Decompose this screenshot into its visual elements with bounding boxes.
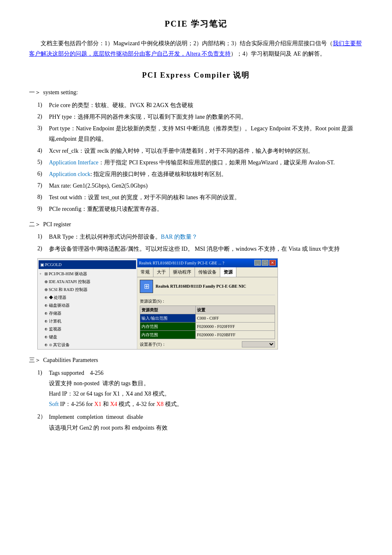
- item-num: 1): [37, 232, 49, 242]
- device-header-row: ⊞ Realtek RTL8168D/8111D Family PCI-E GB…: [140, 280, 275, 295]
- minimize-button[interactable]: _: [254, 260, 261, 266]
- list-item: 6) Application clock: 指定应用的接口时钟，在选择硬核和软核…: [37, 169, 363, 179]
- window-controls: _ □ ✕: [254, 260, 276, 266]
- arrow-icon: 二＞: [29, 220, 41, 230]
- item-content: BAR Type：主机以何种形式访问外部设备。BAR 的数量？: [49, 232, 363, 242]
- tree-item: +⊞ PCI/PCB-HIM 驱动器: [39, 270, 136, 278]
- setting-row: 设置基于(T)：: [140, 341, 275, 348]
- close-button[interactable]: ✕: [269, 260, 276, 266]
- tree-item: ⊕ IDE ATA/ATAPI 控制器: [39, 278, 136, 286]
- screenshot: ▣ PCGOLD +⊞ PCI/PCB-HIM 驱动器 ⊕ IDE ATA/AT…: [37, 258, 278, 350]
- item-num: 4): [37, 146, 49, 156]
- list-item: 1) Tags supported 4-256 设置支持 non-posted …: [37, 368, 363, 410]
- section2-label: system setting:: [43, 88, 78, 98]
- device-name-label: Realtek RTL8168D/8111D Family PCI-E GBE …: [156, 283, 246, 290]
- list-item: 2) 参考设备管理器中/网络适配器/属性。可以对应这些 ID。 MSI 消息中断…: [37, 244, 363, 254]
- intro-paragraph: 文档主要包括四个部分：1）Magwizard 中例化模块的说明；2）内部结构；3…: [29, 38, 363, 59]
- resource-value-cell: F0200000 - F020BFFF: [195, 330, 275, 339]
- item-num: 5): [37, 157, 49, 167]
- tree-label: ⊕ ⊙ 其它设备: [44, 341, 70, 348]
- dialog-titlebar: Realtek RTL8168D/8111D Family PCI-E GBE …: [137, 259, 278, 267]
- list-item: 4) Xcvr ref_clk：设置 reclk 的输入时钟，可以在手册中清楚着…: [37, 146, 363, 156]
- screenshot-left-panel: ▣ PCGOLD +⊞ PCI/PCB-HIM 驱动器 ⊕ IDE ATA/AT…: [38, 259, 137, 349]
- device-icon: ⊞: [140, 280, 153, 293]
- page-title: PCIE 学习笔记: [29, 17, 363, 31]
- tab-resources[interactable]: 资源: [220, 267, 236, 277]
- item-content: Application clock: 指定应用的接口时钟，在选择硬核和软核时有区…: [49, 169, 363, 179]
- system-setting-list: 1) Pcie core 的类型：软核、硬核。IVGX 和 2AGX 包含硬核 …: [37, 100, 363, 215]
- tree-item: ⊕ ◆ 处理器: [39, 293, 136, 301]
- tab-general[interactable]: 常规: [137, 267, 153, 277]
- item-content: Xcvr ref_clk：设置 reclk 的输入时钟，可以在手册中清楚着到，对…: [49, 146, 363, 156]
- item-num: 1): [37, 100, 49, 110]
- tree-label: ⊞ PCI/PCB-HIM 驱动器: [44, 270, 87, 277]
- list-item: 1) Pcie core 的类型：软核、硬核。IVGX 和 2AGX 包含硬核: [37, 100, 363, 110]
- tree-item: ⊕ ⊙ 其它设备: [39, 341, 136, 349]
- props-title-label: 资源设置(S)：: [140, 298, 275, 305]
- completion-title: Implement completion timeout disable: [49, 414, 143, 420]
- tree-item: ⊕ SCSI 和 RAID 控制器: [39, 286, 136, 293]
- item-num: 9): [37, 204, 49, 214]
- screenshot-right-panel: Realtek RTL8168D/8111D Family PCI-E GBE …: [137, 259, 278, 349]
- left-panel-title: ▣ PCGOLD: [39, 260, 136, 269]
- section2-title: PCI Express Compiler 说明: [29, 69, 363, 82]
- resource-type-cell: 内存范围: [140, 330, 196, 339]
- tags-line1: 设置支持 non-posted 请求的 tags 数目。: [49, 380, 149, 386]
- tab-details[interactable]: 传输设备: [195, 267, 220, 277]
- item-num: 6): [37, 169, 49, 179]
- list-item: 5) Application Interface：用于指定 PCI Expres…: [37, 157, 363, 168]
- section3-header: 二＞ PCI register: [29, 220, 363, 230]
- list-item: 2） Implement completion timeout disable …: [37, 412, 363, 433]
- section4-label: Capabilities Parameters: [43, 355, 98, 365]
- item-num: 3): [37, 123, 49, 133]
- item-num: 8): [37, 192, 49, 202]
- item-content: Port type：Native Endpoint 是比较新的类型，支持 MSI…: [49, 123, 363, 144]
- item-content: Implement completion timeout disable 该选项…: [49, 412, 363, 433]
- setting-select[interactable]: [242, 341, 275, 347]
- item-content: PCIe reconfig：重配置硬核只读配置寄存器。: [49, 204, 363, 214]
- table-row: 内存范围 F0200000 - F020BFFF: [140, 330, 275, 339]
- tree-item: ⊕ 计算机: [39, 317, 136, 325]
- table-row: 输入/输出范围 C000 - C0FF: [140, 314, 275, 322]
- col-header-setting: 设置: [195, 306, 275, 314]
- arrow-icon: 一＞: [29, 88, 41, 98]
- expand-icon: +: [39, 271, 44, 277]
- pci-register-list: 1) BAR Type：主机以何种形式访问外部设备。BAR 的数量？ 2) 参考…: [37, 232, 363, 254]
- tags-line3: Soft IP：4-256 for X1 和 X4 模式，4-32 for X8…: [49, 401, 183, 407]
- item-content: 参考设备管理器中/网络适配器/属性。可以对应这些 ID。 MSI 消息中断，wi…: [49, 244, 363, 254]
- section4-header: 三＞ Capabilities Parameters: [29, 355, 363, 365]
- tags-line2: Hard IP：32 or 64 tags for X1，X4 and X8 模…: [49, 391, 170, 397]
- resources-table: 资源类型 设置 输入/输出范围 C000 - C0FF 内存范围 F020000…: [140, 306, 275, 339]
- tree-item: High Definition Audio 总线上的鸿电脑浑器设备: [39, 349, 136, 349]
- capabilities-list: 1) Tags supported 4-256 设置支持 non-posted …: [37, 368, 363, 433]
- nic-icon: ⊞: [144, 281, 149, 292]
- item-content: Max rate: Gen1(2.5Gbps), Gen2(5.0Gbps): [49, 181, 363, 191]
- section3-label: PCI register: [43, 220, 71, 230]
- list-item: 9) PCIe reconfig：重配置硬核只读配置寄存器。: [37, 204, 363, 214]
- resource-value-cell: C000 - C0FF: [195, 314, 275, 322]
- resource-type-cell: 内存范围: [140, 322, 196, 330]
- item-content: Application Interface：用于指定 PCI Express 中…: [49, 157, 363, 168]
- tree-label: ⊕ 磁盘驱动器: [44, 302, 70, 309]
- resource-type-cell: 输入/输出范围: [140, 314, 196, 322]
- item-num: 1): [37, 368, 49, 378]
- tree-item: ⊕ 存储器: [39, 309, 136, 317]
- col-header-type: 资源类型: [140, 306, 196, 314]
- tree-label: ⊕ 存储器: [44, 310, 61, 317]
- item-content: PHY type：选择用不同的器件来实现，可以看到下面支持 lane 的数量的不…: [49, 112, 363, 122]
- tab-driver[interactable]: 驱动程序: [170, 267, 195, 277]
- setting-label: 设置基于(T)：: [140, 341, 166, 348]
- item-num: 2): [37, 112, 49, 122]
- dialog-title: Realtek RTL8168D/8111D Family PCI-E GBE …: [139, 259, 224, 266]
- item-content: Tags supported 4-256 设置支持 non-posted 请求的…: [49, 368, 363, 410]
- maximize-button[interactable]: □: [262, 260, 268, 266]
- list-item: 3) Port type：Native Endpoint 是比较新的类型，支持 …: [37, 123, 363, 144]
- item-content: Pcie core 的类型：软核、硬核。IVGX 和 2AGX 包含硬核: [49, 100, 363, 110]
- tree-label: ⊕ IDE ATA/ATAPI 控制器: [44, 278, 90, 285]
- table-header-row: 资源类型 设置: [140, 306, 275, 314]
- tree-item: ⊕ 磁盘驱动器: [39, 301, 136, 309]
- tab-advanced[interactable]: 大于: [153, 267, 170, 277]
- tree-label: ⊕ ◆ 处理器: [44, 294, 66, 301]
- tree-label: ⊕ 键盘: [44, 333, 57, 340]
- dialog-content: ⊞ Realtek RTL8168D/8111D Family PCI-E GB…: [137, 277, 278, 349]
